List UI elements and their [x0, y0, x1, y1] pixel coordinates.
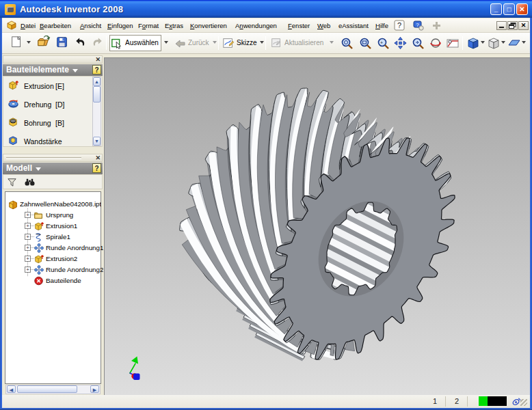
- svg-text:?: ?: [397, 21, 401, 29]
- svg-text:+: +: [380, 40, 383, 45]
- svg-text:?: ?: [416, 22, 419, 28]
